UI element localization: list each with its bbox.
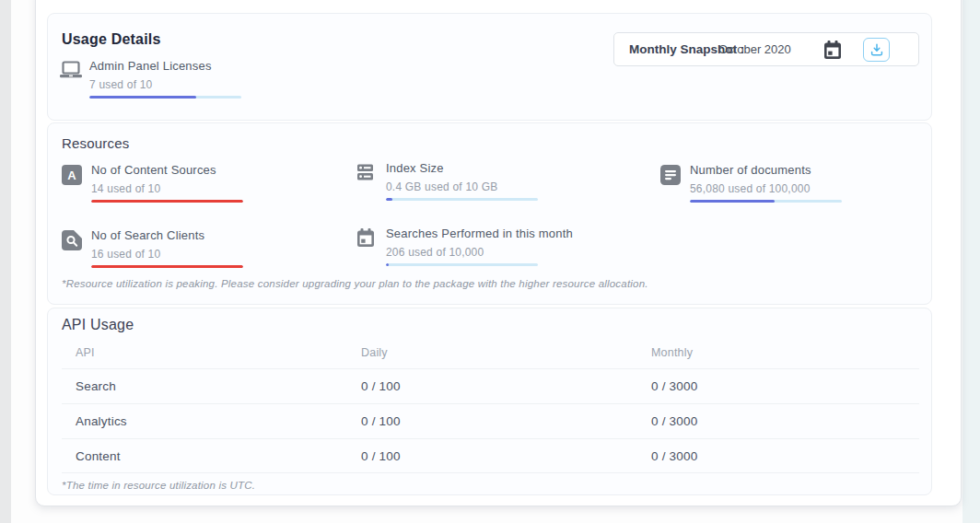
col-daily: Daily xyxy=(361,346,651,359)
cell-daily: 0 / 100 xyxy=(361,449,651,463)
col-api: API xyxy=(76,346,361,359)
documents-progressbar xyxy=(690,200,842,203)
download-snapshot-button[interactable] xyxy=(863,38,890,62)
table-row: Analytics 0 / 100 0 / 3000 xyxy=(62,403,919,438)
searches-month-item: Searches Performed in this month 206 use… xyxy=(356,227,573,266)
admin-licenses-label: Admin Panel Licenses xyxy=(89,59,241,73)
admin-licenses-item: Admin Panel Licenses 7 used of 10 xyxy=(60,59,241,99)
usage-details-card: Usage Details Admin Panel Licenses 7 use… xyxy=(47,13,932,121)
api-usage-title: API Usage xyxy=(62,317,134,333)
cell-api: Content xyxy=(76,449,361,463)
search-clients-usage: 16 used of 10 xyxy=(91,248,243,261)
search-doc-icon xyxy=(62,230,84,254)
searches-month-label: Searches Performed in this month xyxy=(386,227,573,240)
cell-monthly: 0 / 3000 xyxy=(651,414,919,428)
storage-icon xyxy=(356,163,379,185)
admin-licenses-progressbar xyxy=(89,96,241,99)
cell-api: Analytics xyxy=(76,414,361,428)
calendar-picker-icon[interactable] xyxy=(823,41,842,60)
index-size-usage: 0.4 GB used of 10 GB xyxy=(386,180,538,193)
usage-dashboard-page: Usage Details Admin Panel Licenses 7 use… xyxy=(0,0,980,523)
index-size-progressbar xyxy=(386,198,538,201)
api-table-header: API Daily Monthly xyxy=(62,336,919,368)
letter-a-icon: A xyxy=(62,165,84,185)
admin-licenses-usage: 7 used of 10 xyxy=(89,78,241,91)
resources-note: *Resource utilization is peaking. Please… xyxy=(62,278,648,289)
cell-daily: 0 / 100 xyxy=(361,379,651,393)
content-sources-label: No of Content Sources xyxy=(91,163,243,177)
download-icon xyxy=(870,43,883,56)
documents-usage: 56,080 used of 100,000 xyxy=(690,182,842,195)
api-usage-card: API Usage API Daily Monthly Search 0 / 1… xyxy=(47,308,932,495)
monthly-snapshot-value[interactable]: October 2020 xyxy=(718,33,791,65)
calendar-icon xyxy=(356,228,379,251)
content-sources-item: A No of Content Sources 14 used of 10 xyxy=(62,163,243,203)
api-usage-table: API Daily Monthly Search 0 / 100 0 / 300… xyxy=(62,336,919,473)
cell-monthly: 0 / 3000 xyxy=(651,449,919,463)
right-gutter xyxy=(962,0,980,523)
resources-title: Resources xyxy=(62,135,130,151)
table-row: Search 0 / 100 0 / 3000 xyxy=(62,368,919,403)
searches-month-usage: 206 used of 10,000 xyxy=(386,246,573,259)
col-monthly: Monthly xyxy=(651,346,919,359)
index-size-label: Index Size xyxy=(386,161,538,175)
index-size-item: Index Size 0.4 GB used of 10 GB xyxy=(356,161,538,201)
cell-monthly: 0 / 3000 xyxy=(651,379,919,393)
monthly-snapshot-control[interactable]: Monthly Snapshot : October 2020 xyxy=(613,32,919,66)
search-clients-label: No of Search Clients xyxy=(91,228,243,242)
search-clients-progressbar xyxy=(91,265,243,268)
laptop-icon xyxy=(60,61,82,83)
cell-api: Search xyxy=(76,379,361,393)
searches-month-progressbar xyxy=(386,263,538,266)
resources-card: Resources A No of Content Sources 14 use… xyxy=(47,122,932,305)
main-panel: Usage Details Admin Panel Licenses 7 use… xyxy=(35,0,962,506)
document-icon xyxy=(660,165,682,189)
table-row: Content 0 / 100 0 / 3000 xyxy=(62,438,919,473)
usage-details-title: Usage Details xyxy=(62,31,161,48)
documents-label: Number of documents xyxy=(690,163,842,177)
search-clients-item: No of Search Clients 16 used of 10 xyxy=(62,228,243,268)
documents-item: Number of documents 56,080 used of 100,0… xyxy=(660,163,842,203)
content-sources-usage: 14 used of 10 xyxy=(91,182,243,195)
cell-daily: 0 / 100 xyxy=(361,414,651,428)
api-usage-note: *The time in resource utilization is UTC… xyxy=(62,480,255,491)
content-sources-progressbar xyxy=(91,200,243,203)
left-gutter xyxy=(0,0,11,523)
